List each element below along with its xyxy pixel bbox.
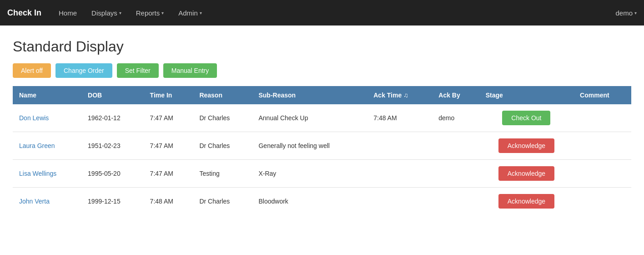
patient-dob: 1962-01-12 [81,104,144,132]
col-header-dob: DOB [81,86,144,104]
nav-item-displays[interactable]: Displays ▾ [85,5,128,20]
col-header-ack-time: Ack Time ♫ [367,86,432,104]
patient-ack-time [367,132,432,160]
acknowledge-button[interactable]: Acknowledge [498,138,554,153]
patient-comment [574,188,631,215]
table-row: Lisa Wellings1995-05-207:47 AMTestingX-R… [13,160,631,188]
col-header-comment: Comment [574,86,631,104]
col-header-name: Name [13,86,81,104]
patient-ack-by [432,188,479,215]
patient-stage: Acknowledge [479,160,574,188]
patient-ack-by: demo [432,104,479,132]
patient-sub-reason: X-Ray [252,160,367,188]
toolbar: Alert off Change Order Set Filter Manual… [13,63,631,78]
patient-reason: Dr Charles [193,188,252,215]
displays-dropdown-arrow: ▾ [119,10,121,15]
main-content: Standard Display Alert off Change Order … [0,26,644,224]
table-row: Laura Green1951-02-237:47 AMDr CharlesGe… [13,132,631,160]
col-header-ack-by: Ack By [432,86,479,104]
check-in-table: Name DOB Time In Reason Sub-Reason Ack T… [13,86,631,215]
patient-name[interactable]: John Verta [13,188,81,215]
alert-off-button[interactable]: Alert off [13,63,51,78]
manual-entry-button[interactable]: Manual Entry [163,63,217,78]
nav-item-reports[interactable]: Reports ▾ [130,5,171,20]
acknowledge-button[interactable]: Acknowledge [498,166,554,181]
patient-reason: Testing [193,160,252,188]
navbar: Check In Home Displays ▾ Reports ▾ Admin… [0,0,644,26]
patient-time-in: 7:48 AM [144,188,193,215]
nav-brand[interactable]: Check In [7,8,41,18]
table-row: John Verta1999-12-157:48 AMDr CharlesBlo… [13,188,631,215]
page-title: Standard Display [13,38,631,55]
reports-dropdown-arrow: ▾ [161,10,164,15]
patient-reason: Dr Charles [193,104,252,132]
patient-name[interactable]: Don Lewis [13,104,81,132]
patient-ack-time [367,160,432,188]
nav-item-admin[interactable]: Admin ▾ [172,5,208,20]
table-header-row: Name DOB Time In Reason Sub-Reason Ack T… [13,86,631,104]
patient-dob: 1995-05-20 [81,160,144,188]
patient-comment [574,160,631,188]
user-dropdown-arrow: ▾ [634,10,637,15]
col-header-reason: Reason [193,86,252,104]
col-header-sub-reason: Sub-Reason [252,86,367,104]
patient-sub-reason: Annual Check Up [252,104,367,132]
set-filter-button[interactable]: Set Filter [117,63,159,78]
admin-dropdown-arrow: ▾ [200,10,202,15]
patient-ack-by [432,132,479,160]
patient-dob: 1951-02-23 [81,132,144,160]
patient-time-in: 7:47 AM [144,104,193,132]
patient-comment [574,132,631,160]
patient-name[interactable]: Laura Green [13,132,81,160]
patient-ack-time [367,188,432,215]
patient-time-in: 7:47 AM [144,160,193,188]
change-order-button[interactable]: Change Order [55,63,112,78]
patient-ack-time: 7:48 AM [367,104,432,132]
patient-stage: Check Out [479,104,574,132]
col-header-stage: Stage [479,86,574,104]
checkout-button[interactable]: Check Out [502,111,550,125]
nav-item-home[interactable]: Home [52,5,83,20]
patient-stage: Acknowledge [479,132,574,160]
patient-comment [574,104,631,132]
patient-sub-reason: Bloodwork [252,188,367,215]
nav-user[interactable]: demo ▾ [615,9,637,17]
col-header-time-in: Time In [144,86,193,104]
patient-name[interactable]: Lisa Wellings [13,160,81,188]
nav-items: Home Displays ▾ Reports ▾ Admin ▾ [52,5,615,20]
acknowledge-button[interactable]: Acknowledge [498,194,554,209]
patient-time-in: 7:47 AM [144,132,193,160]
patient-stage: Acknowledge [479,188,574,215]
patient-reason: Dr Charles [193,132,252,160]
patient-dob: 1999-12-15 [81,188,144,215]
patient-sub-reason: Generally not feeling well [252,132,367,160]
patient-ack-by [432,160,479,188]
table-row: Don Lewis1962-01-127:47 AMDr CharlesAnnu… [13,104,631,132]
